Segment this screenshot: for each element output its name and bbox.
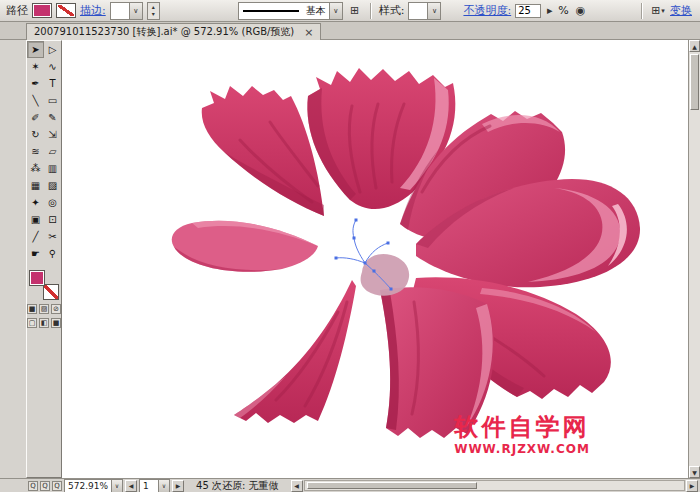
opacity-stepper-icon[interactable]: ▸	[545, 3, 554, 19]
flower-center[interactable]	[361, 254, 410, 296]
warp-tool[interactable]: ≋	[27, 143, 44, 160]
scroll-left-icon[interactable]: ◀	[291, 480, 303, 492]
chevron-down-icon[interactable]: ∨	[427, 3, 440, 19]
style-combo[interactable]: ∨	[408, 2, 441, 20]
stroke-weight-combo[interactable]: ∨	[110, 2, 143, 20]
watermark-title: 软件自学网	[450, 414, 594, 440]
toolbar: ➤▷✶∿✒T╲▭✐✎↻⇲≋▱⁂▥▦▨✦◎▣⊡╱✂☛⚲ ■ ▨ ⊘ ▢ ◧ ■	[26, 40, 62, 478]
petal-bottom-left[interactable]	[234, 280, 356, 423]
scroll-down-icon[interactable]: ▼	[689, 466, 700, 478]
align-panel-button[interactable]: ⊞ ▾	[650, 3, 666, 19]
canvas[interactable]: 软件自学网 WWW.RJZXW.COM	[62, 40, 688, 478]
fill-color-swatch[interactable]	[32, 3, 52, 18]
illustrator-window: 路径 描边: ∨ ▴ ▾ 基本 ∨ ⊞ 样式: ∨ 不透明度: ▸ % ◉	[0, 0, 700, 492]
style-label: 样式:	[379, 3, 405, 18]
pencil-tool[interactable]: ✎	[44, 109, 61, 126]
live-paint-selection-tool[interactable]: ⊡	[44, 211, 61, 228]
fill-stroke-indicator	[29, 270, 59, 300]
chevron-down-icon[interactable]: ∨	[129, 3, 142, 19]
brush-options-icon[interactable]: ⊞	[347, 3, 363, 19]
lasso-tool[interactable]: ∿	[44, 58, 61, 75]
none-button[interactable]: ⊘	[51, 304, 61, 314]
status-zoom-button-3[interactable]: Q	[52, 481, 62, 491]
zoom-tool[interactable]: ⚲	[44, 245, 61, 262]
brush-definition-combo[interactable]: 基本 ∨	[238, 2, 343, 20]
symbol-sprayer-tool[interactable]: ⁂	[27, 160, 44, 177]
close-icon[interactable]: ×	[304, 27, 313, 38]
brush-definition-value: 基本	[303, 4, 329, 18]
free-transform-tool[interactable]: ▱	[44, 143, 61, 160]
scroll-right-icon[interactable]: ▶	[686, 480, 698, 492]
screen-mode-full-button[interactable]: ■	[51, 318, 61, 328]
watermark-url: WWW.RJZXW.COM	[450, 442, 594, 456]
chevron-down-icon[interactable]: ∨	[329, 3, 342, 19]
status-zoom-button-2[interactable]: Q	[40, 481, 50, 491]
mesh-tool[interactable]: ▦	[27, 177, 44, 194]
pen-tool[interactable]: ✒	[27, 75, 44, 92]
horizontal-scrollbar[interactable]: ◀ ▶	[291, 480, 699, 492]
scissors-tool[interactable]: ✂	[44, 228, 61, 245]
next-page-button[interactable]: ▶	[172, 480, 184, 492]
paint-style-buttons: ■ ▨ ⊘	[27, 304, 61, 314]
gradient-button[interactable]: ▨	[39, 304, 49, 314]
screen-mode-buttons: ▢ ◧ ■	[27, 318, 61, 328]
scroll-up-icon[interactable]: ▲	[689, 40, 700, 52]
history-status: 45 次还原: 无重做	[196, 479, 278, 492]
page-value: 1	[140, 481, 158, 491]
stroke-weight-stepper[interactable]: ▴ ▾	[147, 2, 160, 20]
zoom-level-combo[interactable]: 572.91% ∨	[64, 479, 123, 492]
flower-artwork	[62, 40, 688, 478]
magic-wand-tool[interactable]: ✶	[27, 58, 44, 75]
percent-label: %	[558, 4, 568, 17]
previous-page-button[interactable]: ◀	[125, 480, 137, 492]
screen-mode-normal-button[interactable]: ▢	[27, 318, 37, 328]
toolbar-tools: ➤▷✶∿✒T╲▭✐✎↻⇲≋▱⁂▥▦▨✦◎▣⊡╱✂☛⚲	[27, 41, 61, 262]
status-bar: Q Q Q 572.91% ∨ ◀ 1 ∨ ▶ 45 次还原: 无重做 ◀ ▶	[0, 478, 700, 492]
chevron-down-icon[interactable]: ∨	[158, 480, 169, 492]
selection-tool[interactable]: ➤	[27, 41, 44, 58]
chevron-down-icon: ▾	[661, 7, 665, 15]
vertical-scrollbar[interactable]: ▲ ▼	[688, 40, 700, 478]
type-tool[interactable]: T	[44, 75, 61, 92]
transform-panel-link[interactable]: 变换	[670, 3, 692, 18]
direct-selection-tool[interactable]: ▷	[44, 41, 61, 58]
hscroll-track[interactable]	[304, 480, 686, 491]
screen-mode-menu-button[interactable]: ◧	[39, 318, 49, 328]
divider	[641, 3, 643, 19]
paintbrush-tool[interactable]: ✐	[27, 109, 44, 126]
selection-type-label: 路径	[6, 3, 28, 18]
opacity-panel-link[interactable]: 不透明度:	[463, 3, 511, 18]
petal-left[interactable]	[172, 221, 318, 272]
hand-tool[interactable]: ☛	[27, 245, 44, 262]
opacity-input[interactable]	[515, 4, 541, 18]
document-tab-bar: 200791011523730 [转换].ai* @ 572.91% (RGB/…	[0, 22, 700, 40]
live-paint-bucket-tool[interactable]: ▣	[27, 211, 44, 228]
scale-tool[interactable]: ⇲	[44, 126, 61, 143]
slice-tool[interactable]: ╱	[27, 228, 44, 245]
stroke-panel-link[interactable]: 描边:	[80, 3, 106, 18]
blend-tool[interactable]: ◎	[44, 194, 61, 211]
petal-upper-left[interactable]	[202, 86, 324, 216]
hscroll-thumb[interactable]	[307, 482, 478, 489]
chevron-down-icon[interactable]: ∨	[111, 480, 122, 492]
recolor-artwork-icon[interactable]: ◉	[573, 3, 589, 19]
fill-swatch[interactable]	[29, 270, 45, 286]
color-button[interactable]: ■	[27, 304, 37, 314]
status-zoom-button-1[interactable]: Q	[28, 481, 38, 491]
stroke-color-swatch[interactable]	[56, 3, 76, 18]
rectangle-tool[interactable]: ▭	[44, 92, 61, 109]
column-graph-tool[interactable]: ▥	[44, 160, 61, 177]
page-combo[interactable]: 1 ∨	[139, 479, 170, 492]
watermark: 软件自学网 WWW.RJZXW.COM	[450, 414, 594, 456]
rotate-tool[interactable]: ↻	[27, 126, 44, 143]
eyedropper-tool[interactable]: ✦	[27, 194, 44, 211]
document-title: 200791011523730 [转换].ai* @ 572.91% (RGB/…	[34, 25, 294, 39]
line-segment-tool[interactable]: ╲	[27, 92, 44, 109]
stepper-up-icon[interactable]: ▴	[148, 3, 159, 10]
gradient-tool[interactable]: ▨	[44, 177, 61, 194]
stepper-down-icon[interactable]: ▾	[148, 10, 159, 17]
stroke-swatch[interactable]	[43, 284, 59, 300]
zoom-level-value: 572.91%	[65, 481, 111, 491]
vscroll-thumb[interactable]	[690, 54, 699, 110]
document-tab[interactable]: 200791011523730 [转换].ai* @ 572.91% (RGB/…	[26, 23, 321, 40]
